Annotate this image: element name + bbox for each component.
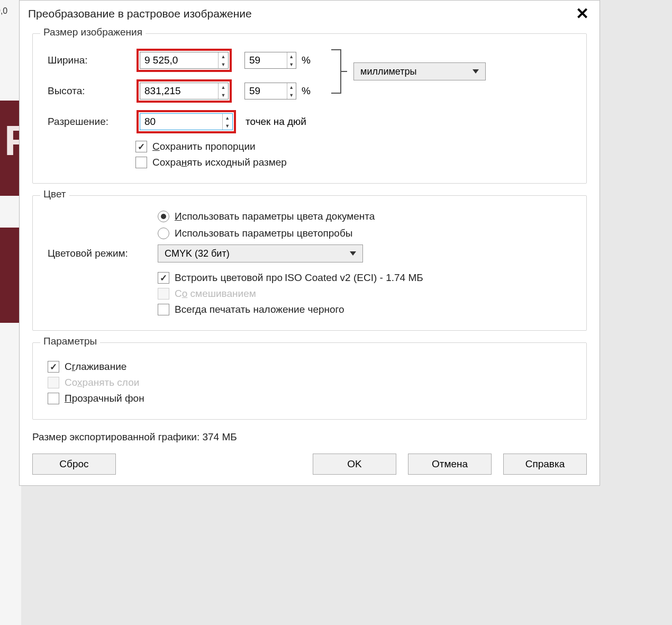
resolution-field[interactable] bbox=[140, 114, 222, 130]
use-document-color-label: Использовать параметры цвета документа bbox=[175, 211, 375, 222]
spin-down-icon[interactable]: ▼ bbox=[223, 122, 232, 130]
profile-info: ISO Coated v2 (ECI) - 1.74 МБ bbox=[285, 272, 423, 284]
keep-original-size-checkbox[interactable] bbox=[135, 157, 147, 168]
resolution-unit: точек на дюй bbox=[246, 116, 306, 128]
highlight-box: ▲▼ bbox=[137, 49, 232, 72]
convert-to-bitmap-dialog: Преобразование в растровое изображение ✕… bbox=[19, 0, 600, 486]
color-group: Цвет Использовать параметры цвета докуме… bbox=[32, 195, 587, 331]
canvas-strip bbox=[0, 228, 19, 323]
height-label: Высота: bbox=[48, 85, 137, 97]
units-select[interactable]: миллиметры bbox=[353, 62, 486, 80]
ok-button[interactable]: OK bbox=[313, 454, 396, 475]
width-percent-input[interactable]: ▲▼ bbox=[244, 52, 296, 69]
keep-proportions-checkbox[interactable] bbox=[135, 141, 147, 152]
transparent-bg-label: Прозрачный фон bbox=[65, 393, 144, 404]
overprint-black-checkbox[interactable] bbox=[158, 304, 169, 315]
overprint-black-label: Всегда печатать наложение черного bbox=[175, 304, 344, 315]
keep-layers-label: Сохранять слои bbox=[65, 377, 139, 388]
antialias-label: Сглаживание bbox=[65, 361, 126, 373]
spin-up-icon[interactable]: ▲ bbox=[219, 52, 228, 60]
height-percent-input[interactable]: ▲▼ bbox=[244, 83, 296, 99]
options-legend: Параметры bbox=[40, 336, 100, 347]
spin-up-icon[interactable]: ▲ bbox=[287, 83, 296, 91]
color-mode-label: Цветовой режим: bbox=[48, 248, 158, 259]
highlight-box: ▲▼ bbox=[137, 110, 236, 133]
canvas-strip: F bbox=[0, 101, 19, 196]
keep-original-size-label: Сохранять исходный размер bbox=[152, 157, 287, 168]
embed-profile-checkbox[interactable] bbox=[158, 272, 169, 284]
resolution-label: Разрешение: bbox=[48, 116, 137, 128]
units-value: миллиметры bbox=[360, 66, 416, 77]
background-panel: 0,0 F bbox=[0, 0, 21, 625]
antialias-checkbox[interactable] bbox=[48, 361, 59, 373]
percent-sign: % bbox=[302, 85, 311, 97]
width-field[interactable] bbox=[140, 52, 218, 68]
keep-layers-checkbox bbox=[48, 377, 59, 388]
help-button[interactable]: Справка bbox=[503, 454, 587, 475]
keep-proportions-label: Сохранить пропорции bbox=[152, 141, 256, 152]
spin-down-icon[interactable]: ▼ bbox=[287, 60, 296, 68]
highlight-box: ▲▼ bbox=[137, 79, 232, 103]
chevron-down-icon bbox=[473, 69, 479, 74]
width-percent-field[interactable] bbox=[245, 52, 287, 68]
chevron-down-icon bbox=[350, 251, 356, 256]
use-proof-color-label: Использовать параметры цветопробы bbox=[175, 228, 352, 239]
dialog-title: Преобразование в растровое изображение bbox=[28, 7, 252, 20]
use-proof-color-radio[interactable] bbox=[158, 228, 169, 239]
dither-label: Со смешиванием bbox=[175, 288, 256, 300]
color-mode-value: CMYK (32 бит) bbox=[165, 248, 230, 259]
spin-up-icon[interactable]: ▲ bbox=[223, 114, 232, 122]
width-label: Ширина: bbox=[48, 55, 137, 66]
color-legend: Цвет bbox=[40, 188, 69, 200]
image-size-legend: Размер изображения bbox=[40, 26, 146, 38]
width-input[interactable]: ▲▼ bbox=[140, 52, 229, 69]
height-input[interactable]: ▲▼ bbox=[140, 83, 229, 99]
height-field[interactable] bbox=[140, 83, 218, 99]
close-icon[interactable]: ✕ bbox=[574, 6, 591, 22]
spin-up-icon[interactable]: ▲ bbox=[287, 52, 296, 60]
spin-down-icon[interactable]: ▼ bbox=[287, 91, 296, 99]
titlebar: Преобразование в растровое изображение ✕ bbox=[20, 1, 600, 26]
cancel-button[interactable]: Отмена bbox=[408, 454, 492, 475]
spin-down-icon[interactable]: ▼ bbox=[219, 91, 228, 99]
options-group: Параметры Сглаживание Сохранять слои Про… bbox=[32, 342, 587, 420]
spin-down-icon[interactable]: ▼ bbox=[219, 60, 228, 68]
export-size-text: Размер экспортированной графики: 374 МБ bbox=[32, 431, 587, 443]
spin-up-icon[interactable]: ▲ bbox=[219, 83, 228, 91]
dither-checkbox bbox=[158, 288, 169, 300]
resolution-input[interactable]: ▲▼ bbox=[140, 113, 233, 130]
link-bracket-icon bbox=[330, 49, 348, 94]
ruler-value: 0,0 bbox=[0, 6, 7, 16]
percent-sign: % bbox=[302, 55, 311, 66]
color-mode-select[interactable]: CMYK (32 бит) bbox=[158, 244, 363, 262]
transparent-bg-checkbox[interactable] bbox=[48, 393, 59, 404]
reset-button[interactable]: Сброс bbox=[32, 454, 116, 475]
image-size-group: Размер изображения Ширина: ▲▼ ▲▼ % Высот bbox=[32, 33, 587, 184]
use-document-color-radio[interactable] bbox=[158, 211, 169, 222]
height-percent-field[interactable] bbox=[245, 83, 287, 99]
embed-profile-label: Встроить цветовой про bbox=[175, 272, 283, 284]
